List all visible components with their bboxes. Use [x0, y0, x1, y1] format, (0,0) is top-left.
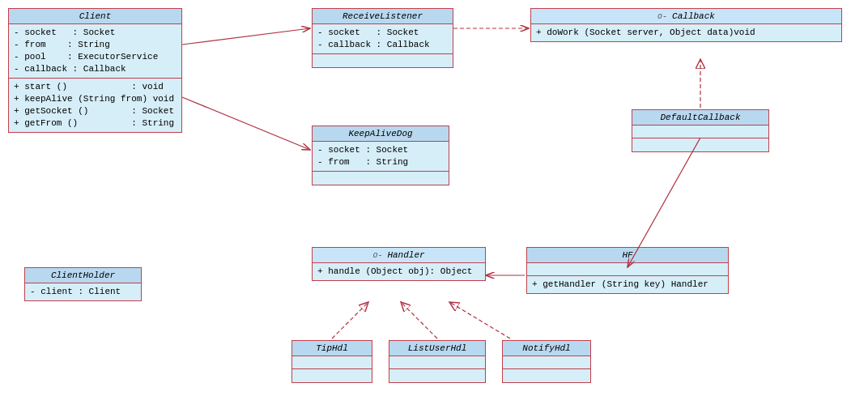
hf-methods: + getHandler (String key) Handler	[527, 276, 728, 293]
kad-attributes: - socket : Socket - from : String	[313, 142, 449, 172]
callback-methods: + doWork (Socket server, Object data)voi…	[531, 24, 841, 41]
nh-attr-empty	[503, 356, 590, 369]
default-callback-title: DefaultCallback	[632, 110, 768, 126]
receive-listener-box: ReceiveListener - socket : Socket - call…	[312, 8, 453, 68]
hf-attr-empty	[527, 263, 728, 276]
hf-box: HF + getHandler (String key) Handler	[526, 247, 729, 294]
kad-methods-empty	[313, 172, 449, 185]
client-holder-box: ClientHolder - client : Client	[24, 267, 142, 301]
receive-listener-title: ReceiveListener	[313, 9, 453, 24]
arrow-client-to-rl	[182, 28, 310, 45]
client-methods: + start () : void + keepAlive (String fr…	[9, 79, 181, 132]
luh-attr-empty	[389, 356, 485, 369]
notify-hdl-title: NotifyHdl	[503, 341, 590, 356]
tip-hdl-attr-empty	[292, 356, 372, 369]
client-attr-4: - callback : Callback	[14, 63, 177, 75]
kad-attr-1: - socket : Socket	[317, 144, 444, 156]
callback-method-1: + doWork (Socket server, Object data)voi…	[536, 27, 836, 39]
default-callback-box: DefaultCallback	[632, 109, 769, 152]
client-box: Client - socket : Socket - from : String…	[8, 8, 182, 133]
callback-box: o- Callback + doWork (Socket server, Obj…	[530, 8, 842, 42]
luh-methods-empty	[389, 369, 485, 382]
handler-interface-marker: o-	[372, 251, 387, 260]
uml-diagram: Client - socket : Socket - from : String…	[0, 0, 868, 413]
client-attr-1: - socket : Socket	[14, 27, 177, 39]
tip-hdl-title: TipHdl	[292, 341, 372, 356]
nh-methods-empty	[503, 369, 590, 382]
hf-method-1: + getHandler (String key) Handler	[532, 279, 723, 291]
keep-alive-dog-box: KeepAliveDog - socket : Socket - from : …	[312, 126, 449, 185]
client-attributes: - socket : Socket - from : String - pool…	[9, 24, 181, 79]
arrow-tiphdl-to-handler	[332, 302, 368, 338]
rl-attr-2: - callback : Callback	[317, 39, 448, 51]
client-method-4: + getFrom () : String	[14, 117, 177, 130]
tip-hdl-methods-empty	[292, 369, 372, 382]
client-method-3: + getSocket () : Socket	[14, 105, 177, 117]
arrow-client-to-kad	[182, 97, 310, 150]
tip-hdl-box: TipHdl	[291, 340, 372, 383]
client-attr-2: - from : String	[14, 39, 177, 51]
handler-method-1: + handle (Object obj): Object	[317, 266, 480, 278]
client-method-2: + keepAlive (String from) void	[14, 93, 177, 105]
client-title: Client	[9, 9, 181, 24]
callback-title: o- Callback	[531, 9, 841, 24]
handler-methods: + handle (Object obj): Object	[313, 263, 485, 280]
client-method-1: + start () : void	[14, 81, 177, 93]
ch-attributes: - client : Client	[25, 283, 141, 300]
ch-attr-1: - client : Client	[30, 286, 136, 298]
notify-hdl-box: NotifyHdl	[502, 340, 591, 383]
dc-methods-empty	[632, 138, 768, 151]
client-attr-3: - pool : ExecutorService	[14, 51, 177, 63]
dc-attr-empty	[632, 126, 768, 138]
arrow-listhdl-to-handler	[401, 302, 437, 338]
hf-title: HF	[527, 248, 728, 263]
handler-box: o- Handler + handle (Object obj): Object	[312, 247, 486, 281]
receive-listener-attributes: - socket : Socket - callback : Callback	[313, 24, 453, 54]
handler-title: o- Handler	[313, 248, 485, 263]
callback-interface-marker: o-	[657, 12, 672, 21]
kad-attr-2: - from : String	[317, 156, 444, 168]
arrow-notifyhdl-to-handler	[449, 302, 510, 338]
client-holder-title: ClientHolder	[25, 268, 141, 283]
rl-attr-1: - socket : Socket	[317, 27, 448, 39]
list-user-hdl-box: ListUserHdl	[389, 340, 486, 383]
rl-methods-empty	[313, 54, 453, 67]
keep-alive-dog-title: KeepAliveDog	[313, 126, 449, 142]
list-user-hdl-title: ListUserHdl	[389, 341, 485, 356]
